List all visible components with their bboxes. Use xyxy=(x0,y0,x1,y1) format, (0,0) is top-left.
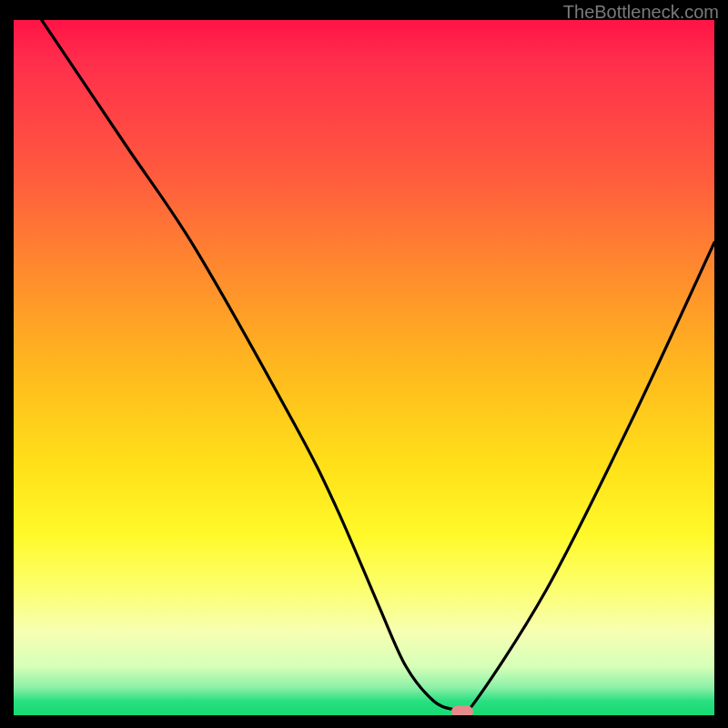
plot-area xyxy=(14,20,714,715)
bottleneck-curve xyxy=(42,20,714,715)
chart-stage: TheBottleneck.com xyxy=(0,0,728,728)
curve-layer xyxy=(14,20,714,715)
optimum-marker xyxy=(451,706,473,715)
